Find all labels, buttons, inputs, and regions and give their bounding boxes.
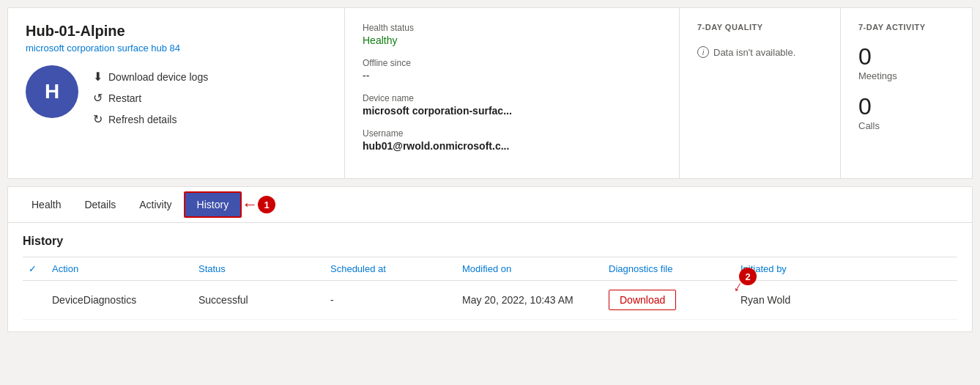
annotation-badge-1: 1 xyxy=(258,196,275,213)
username-label: Username xyxy=(363,128,661,139)
device-name-field: Device name microsoft corporation-surfac… xyxy=(363,93,661,117)
bottom-section: Health Details Activity History ← 1 Hist… xyxy=(7,186,973,332)
tab-activity[interactable]: Activity xyxy=(127,193,183,216)
row-diagnostics: Download 2 ↓ xyxy=(603,290,735,310)
col-diagnostics[interactable]: Diagnostics file xyxy=(603,263,735,274)
health-status-label: Health status xyxy=(363,23,661,33)
username-field: Username hub01@rwold.onmicrosoft.c... xyxy=(363,128,661,152)
tabs-row: Health Details Activity History ← 1 xyxy=(8,187,972,223)
row-action: DeviceDiagnostics xyxy=(46,294,193,306)
offline-since-label: Offline since xyxy=(363,58,661,68)
row-scheduled: - xyxy=(324,294,456,306)
col-modified[interactable]: Modified on xyxy=(456,263,603,274)
restart-label: Restart xyxy=(108,92,141,104)
history-title: History xyxy=(23,235,957,248)
quality-unavailable: i Data isn't available. xyxy=(697,46,823,58)
quality-unavailable-text: Data isn't available. xyxy=(713,47,795,58)
row-modified: May 20, 2022, 10:43 AM xyxy=(456,294,603,306)
device-name-value: microsoft corporation-surfac... xyxy=(363,105,661,117)
annotation-arrow-1: ← xyxy=(242,195,258,214)
download-logs-link[interactable]: ⬇ Download device logs xyxy=(93,70,208,84)
quality-panel-title: 7-DAY QUALITY xyxy=(697,23,823,32)
health-status-value: Healthy xyxy=(363,34,661,46)
col-initiated[interactable]: Initiated by xyxy=(735,263,957,274)
username-value: hub01@rwold.onmicrosoft.c... xyxy=(363,140,661,152)
device-subtitle: microsoft corporation surface hub 84 xyxy=(26,43,327,54)
col-scheduled[interactable]: Scheduled at xyxy=(324,263,456,274)
download-icon: ⬇ xyxy=(93,70,103,84)
device-name-label: Device name xyxy=(363,93,661,103)
row-status: Successful xyxy=(193,294,324,306)
device-info-panel: Hub-01-Alpine microsoft corporation surf… xyxy=(8,8,345,178)
calls-count: 0 xyxy=(858,93,954,120)
activity-panel: 7-DAY ACTIVITY 0 Meetings 0 Calls xyxy=(840,8,972,178)
table-header: ✓ Action Status Scheduled at Modified on… xyxy=(23,257,957,281)
refresh-label: Refresh details xyxy=(108,114,177,125)
activity-panel-title: 7-DAY ACTIVITY xyxy=(858,23,954,32)
offline-since-value: -- xyxy=(363,70,661,81)
quality-panel: 7-DAY QUALITY i Data isn't available. xyxy=(679,8,840,178)
device-status-panel: Health status Healthy Offline since -- D… xyxy=(345,8,679,178)
restart-icon: ↺ xyxy=(93,91,103,105)
col-check: ✓ xyxy=(23,263,46,274)
restart-link[interactable]: ↺ Restart xyxy=(93,91,208,105)
avatar: H xyxy=(26,65,78,118)
device-card: Hub-01-Alpine microsoft corporation surf… xyxy=(7,7,973,179)
check-icon: ✓ xyxy=(29,263,37,274)
download-logs-label: Download device logs xyxy=(108,71,208,83)
row-initiated: Ryan Wold xyxy=(735,294,957,306)
history-content: History ✓ Action Status Scheduled at Mod… xyxy=(8,223,972,331)
table-row: DeviceDiagnostics Successful - May 20, 2… xyxy=(23,281,957,320)
meetings-count: 0 xyxy=(858,43,954,70)
tab-history[interactable]: History xyxy=(184,191,242,218)
info-icon: i xyxy=(697,46,709,58)
meetings-label: Meetings xyxy=(858,70,954,81)
device-actions-list: ⬇ Download device logs ↺ Restart ↻ Refre… xyxy=(93,65,208,126)
tab-details[interactable]: Details xyxy=(73,193,127,216)
col-status[interactable]: Status xyxy=(193,263,324,274)
health-status-field: Health status Healthy xyxy=(363,23,661,46)
device-title: Hub-01-Alpine xyxy=(26,23,327,40)
history-table: ✓ Action Status Scheduled at Modified on… xyxy=(23,257,957,320)
col-action[interactable]: Action xyxy=(46,263,193,274)
refresh-icon: ↻ xyxy=(93,112,103,126)
device-body: H ⬇ Download device logs ↺ Restart ↻ Ref… xyxy=(26,65,327,126)
tab-health[interactable]: Health xyxy=(20,193,73,216)
download-button[interactable]: Download xyxy=(609,290,676,310)
offline-since-field: Offline since -- xyxy=(363,58,661,81)
refresh-link[interactable]: ↻ Refresh details xyxy=(93,112,208,126)
calls-label: Calls xyxy=(858,120,954,131)
